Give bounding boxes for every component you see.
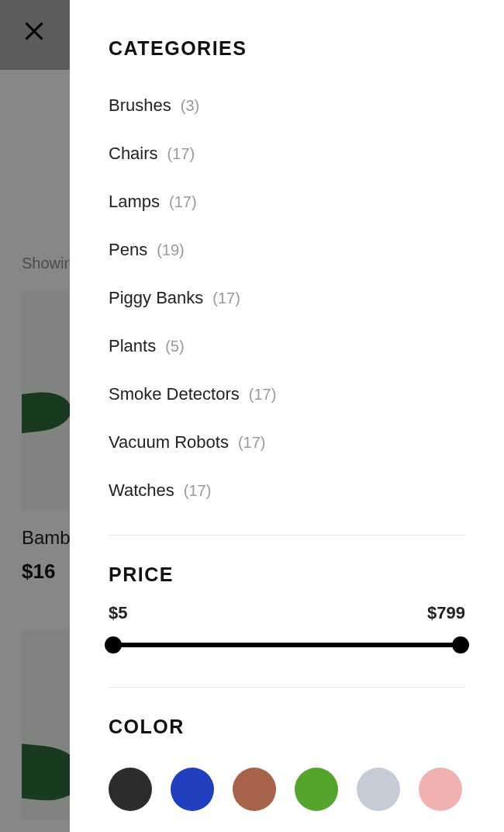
color-swatch-blue[interactable] [171, 768, 214, 811]
category-count: (19) [157, 241, 185, 259]
color-swatch-brown[interactable] [233, 768, 276, 811]
color-swatch-black[interactable] [109, 768, 152, 811]
category-item[interactable]: Plants(5) [109, 336, 465, 356]
category-name: Vacuum Robots [109, 432, 229, 452]
category-item[interactable]: Pens(19) [109, 240, 465, 260]
category-count: (17) [212, 289, 240, 307]
divider [109, 687, 465, 688]
category-name: Pens [109, 240, 147, 260]
category-name: Brushes [109, 95, 171, 116]
category-name: Piggy Banks [109, 288, 203, 308]
close-icon [20, 33, 48, 46]
category-item[interactable]: Smoke Detectors(17) [109, 384, 465, 404]
category-count: (17) [169, 193, 197, 211]
category-count: (17) [238, 434, 266, 452]
price-filter: $5 $799 [109, 603, 465, 656]
category-count: (5) [165, 338, 184, 355]
category-item[interactable]: Piggy Banks(17) [109, 288, 465, 308]
close-button[interactable] [20, 16, 51, 47]
color-swatch-pink[interactable] [419, 768, 462, 811]
category-name: Smoke Detectors [109, 384, 240, 404]
color-swatch-green[interactable] [295, 768, 338, 811]
price-slider[interactable] [109, 634, 465, 656]
category-name: Chairs [109, 144, 158, 164]
category-item[interactable]: Watches(17) [109, 480, 465, 501]
category-count: (17) [249, 386, 277, 404]
price-max-label: $799 [427, 603, 465, 623]
category-count: (3) [181, 97, 199, 115]
slider-handle-max[interactable] [452, 636, 469, 653]
category-item[interactable]: Brushes(3) [109, 95, 465, 116]
category-name: Lamps [109, 192, 160, 212]
category-item[interactable]: Lamps(17) [109, 192, 465, 212]
category-name: Watches [109, 480, 174, 501]
filter-drawer: CATEGORIES Brushes(3)Chairs(17)Lamps(17)… [70, 0, 504, 832]
categories-list: Brushes(3)Chairs(17)Lamps(17)Pens(19)Pig… [109, 95, 465, 501]
slider-handle-min[interactable] [105, 636, 122, 653]
divider [109, 535, 465, 536]
color-swatch-gray[interactable] [357, 768, 400, 811]
price-heading: PRICE [109, 563, 465, 586]
categories-heading: CATEGORIES [109, 37, 465, 60]
category-count: (17) [184, 482, 212, 500]
category-count: (17) [167, 145, 195, 163]
category-item[interactable]: Chairs(17) [109, 144, 465, 164]
slider-track [113, 643, 461, 647]
category-name: Plants [109, 336, 156, 356]
color-swatch-list [109, 768, 465, 811]
price-min-label: $5 [109, 603, 127, 623]
category-item[interactable]: Vacuum Robots(17) [109, 432, 465, 452]
color-heading: COLOR [109, 716, 465, 738]
